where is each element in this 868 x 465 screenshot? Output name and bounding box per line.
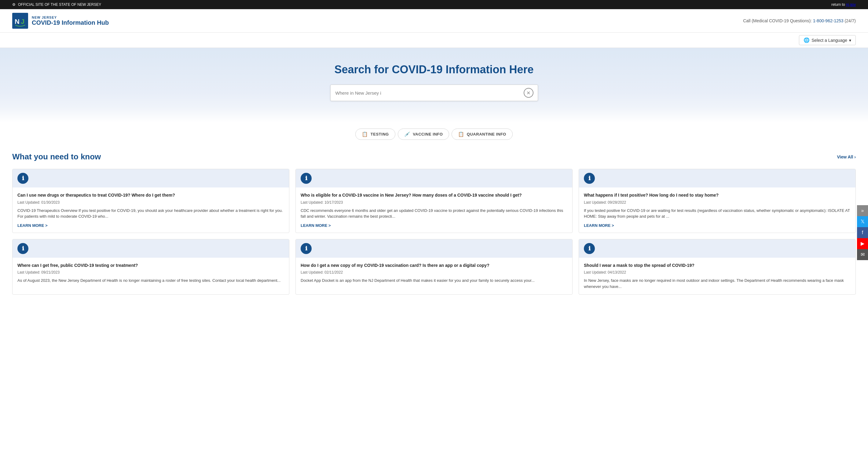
card-icon-row: ℹ	[579, 169, 856, 188]
youtube-icon: ▶	[861, 241, 864, 246]
section-title: What you need to know	[12, 152, 101, 162]
quarantine-icon: 📋	[458, 131, 464, 137]
card-body: How do I get a new copy of my COVID-19 v…	[296, 258, 572, 295]
card-date: Last Updated: 04/13/2022	[584, 270, 850, 274]
card-learn-more-link[interactable]: LEARN MORE >	[18, 223, 284, 228]
testing-label: TESTING	[371, 132, 389, 136]
card-icon-row: ℹ	[12, 169, 289, 188]
hero-title: Search for COVID-19 Information Here	[12, 63, 856, 76]
card-text: CDC recommends everyone 6 months and old…	[301, 208, 567, 220]
official-text: OFFICIAL SITE OF THE STATE OF NEW JERSEY	[18, 2, 101, 7]
card-learn-more-link[interactable]: LEARN MORE >	[301, 223, 567, 228]
tab-quarantine[interactable]: 📋QUARANTINE INFO	[452, 129, 513, 140]
tab-vaccine[interactable]: 💉VACCINE INFO	[398, 129, 450, 140]
card-learn-more-link[interactable]: LEARN MORE >	[584, 223, 850, 228]
top-bar-left: ⚙ OFFICIAL SITE OF THE STATE OF NEW JERS…	[12, 2, 101, 7]
card-body: Can I use new drugs or therapeutics to t…	[12, 188, 289, 233]
logo-site-title: COVID-19 Information Hub	[32, 19, 109, 26]
tab-testing[interactable]: 📋TESTING	[355, 129, 395, 140]
svg-text:J: J	[21, 18, 25, 25]
card-body: What happens if I test positive? How lon…	[579, 188, 856, 233]
logo-group: N J NEW JERSEY COVID-19 Information Hub	[12, 13, 109, 29]
card-body: Should I wear a mask to stop the spread …	[579, 258, 856, 295]
search-input[interactable]	[333, 87, 522, 99]
card-icon-row: ℹ	[579, 239, 856, 258]
card-icon-row: ℹ	[12, 239, 289, 258]
quarantine-label: QUARANTINE INFO	[467, 132, 506, 136]
card-info-icon: ℹ	[301, 173, 312, 184]
top-bar: ⚙ OFFICIAL SITE OF THE STATE OF NEW JERS…	[0, 0, 868, 9]
social-email-button[interactable]: ✉	[857, 249, 868, 260]
svg-text:N: N	[15, 18, 20, 25]
card-title: Can I use new drugs or therapeutics to t…	[18, 192, 284, 198]
card-info-icon: ℹ	[584, 243, 595, 254]
card-body: Who is eligible for a COVID-19 vaccine i…	[296, 188, 572, 233]
card-text: As of August 2023, the New Jersey Depart…	[18, 277, 284, 290]
card-title: Who is eligible for a COVID-19 vaccine i…	[301, 192, 567, 198]
card-text: In New Jersey, face masks are no longer …	[584, 277, 850, 290]
social-expand-button[interactable]: »	[857, 205, 868, 216]
nj-logo-box: N J	[12, 13, 28, 29]
top-bar-right: return to nj.gov	[831, 2, 856, 7]
card-date: Last Updated: 09/21/2023	[18, 270, 284, 274]
email-icon: ✉	[861, 252, 865, 257]
language-row: 🌐 Select a Language ▾	[0, 33, 868, 48]
card-text: Docket App Docket is an app from the NJ …	[301, 277, 567, 290]
language-selector-button[interactable]: 🌐 Select a Language ▾	[799, 35, 856, 45]
card-icon-row: ℹ	[296, 169, 572, 188]
card-date: Last Updated: 01/30/2023	[18, 200, 284, 205]
card-item: ℹ Can I use new drugs or therapeutics to…	[12, 169, 289, 233]
return-text: return to	[831, 2, 845, 7]
globe-icon: 🌐	[804, 37, 810, 43]
card-info-icon: ℹ	[584, 173, 595, 184]
card-item: ℹ Who is eligible for a COVID-19 vaccine…	[296, 169, 572, 233]
twitter-icon: 𝕏	[861, 219, 865, 224]
njgov-link[interactable]: nj.gov	[846, 2, 856, 7]
vaccine-label: VACCINE INFO	[413, 132, 443, 136]
card-date: Last Updated: 10/17/2023	[301, 200, 567, 205]
search-button[interactable]: ✕	[522, 86, 535, 100]
chevron-down-icon: ▾	[849, 38, 851, 43]
card-date: Last Updated: 02/11/2022	[301, 270, 567, 274]
vaccine-icon: 💉	[404, 131, 411, 137]
social-sidebar: »𝕏f▶✉	[857, 205, 868, 260]
language-button-label: Select a Language	[811, 38, 847, 43]
card-text: If you tested positive for COVID-19 or a…	[584, 208, 850, 220]
call-label: Call (Medical COVID-19 Questions):	[743, 18, 812, 23]
header: N J NEW JERSEY COVID-19 Information Hub …	[0, 9, 868, 33]
section-header: What you need to know View All ›	[12, 152, 856, 162]
social-facebook-button[interactable]: f	[857, 227, 868, 238]
arrow-right-icon: ›	[854, 155, 856, 159]
card-title: Where can I get free, public COVID-19 te…	[18, 263, 284, 269]
logo-state-label: NEW JERSEY	[32, 15, 109, 19]
social-twitter-button[interactable]: 𝕏	[857, 216, 868, 227]
content-section: What you need to know View All › ℹ Can I…	[0, 146, 868, 307]
card-item: ℹ What happens if I test positive? How l…	[579, 169, 856, 233]
phone-link[interactable]: 1-800-962-1253	[813, 18, 843, 23]
hero-section: Search for COVID-19 Information Here ✕	[0, 48, 868, 123]
card-item: ℹ Where can I get free, public COVID-19 …	[12, 239, 289, 295]
tabs-row: 📋TESTING💉VACCINE INFO📋QUARANTINE INFO	[0, 123, 868, 146]
card-title: How do I get a new copy of my COVID-19 v…	[301, 263, 567, 269]
card-title: Should I wear a mask to stop the spread …	[584, 263, 850, 269]
card-info-icon: ℹ	[18, 243, 28, 254]
card-body: Where can I get free, public COVID-19 te…	[12, 258, 289, 295]
card-title: What happens if I test positive? How lon…	[584, 192, 850, 198]
expand-icon: »	[861, 208, 864, 213]
nj-seal-icon: ⚙	[12, 2, 16, 7]
header-contact: Call (Medical COVID-19 Questions): 1-800…	[743, 18, 856, 23]
logo-text-group: NEW JERSEY COVID-19 Information Hub	[32, 15, 109, 26]
nj-logo-svg: N J	[12, 13, 28, 29]
card-info-icon: ℹ	[301, 243, 312, 254]
card-item: ℹ How do I get a new copy of my COVID-19…	[296, 239, 572, 295]
card-date: Last Updated: 09/28/2022	[584, 200, 850, 205]
testing-icon: 📋	[362, 131, 368, 137]
search-box: ✕	[330, 85, 538, 101]
card-info-icon: ℹ	[18, 173, 28, 184]
hours-label: (24/7)	[844, 18, 856, 23]
view-all-label: View All	[837, 155, 853, 159]
facebook-icon: f	[862, 230, 863, 235]
cards-grid: ℹ Can I use new drugs or therapeutics to…	[12, 169, 856, 295]
view-all-link[interactable]: View All ›	[837, 155, 856, 159]
social-youtube-button[interactable]: ▶	[857, 238, 868, 249]
